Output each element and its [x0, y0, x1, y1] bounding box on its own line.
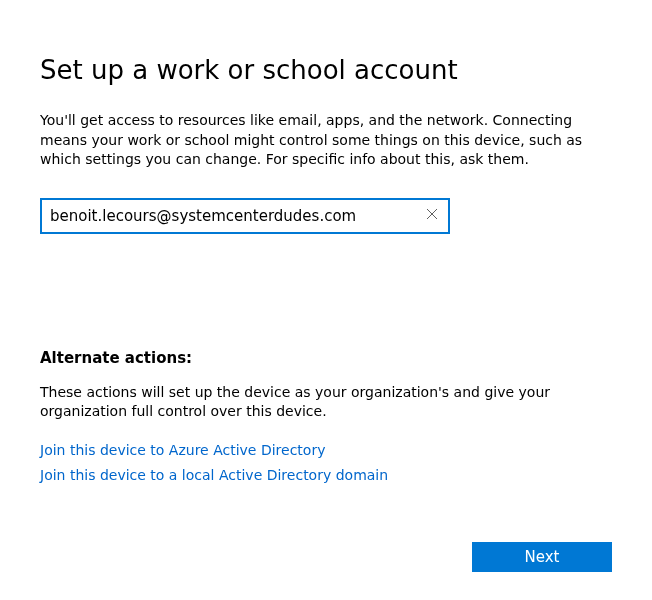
join-local-ad-link[interactable]: Join this device to a local Active Direc…	[40, 463, 612, 488]
dialog-footer: Next	[472, 542, 612, 572]
alternate-heading: Alternate actions:	[40, 349, 612, 367]
email-field[interactable]	[42, 201, 416, 231]
page-title: Set up a work or school account	[40, 55, 612, 85]
join-azure-ad-link[interactable]: Join this device to Azure Active Directo…	[40, 438, 612, 463]
email-input-wrapper[interactable]	[40, 198, 450, 234]
page-description: You'll get access to resources like emai…	[40, 111, 612, 170]
clear-input-button[interactable]	[416, 200, 448, 232]
next-button[interactable]: Next	[472, 542, 612, 572]
close-icon	[426, 208, 438, 223]
alternate-description: These actions will set up the device as …	[40, 383, 612, 422]
